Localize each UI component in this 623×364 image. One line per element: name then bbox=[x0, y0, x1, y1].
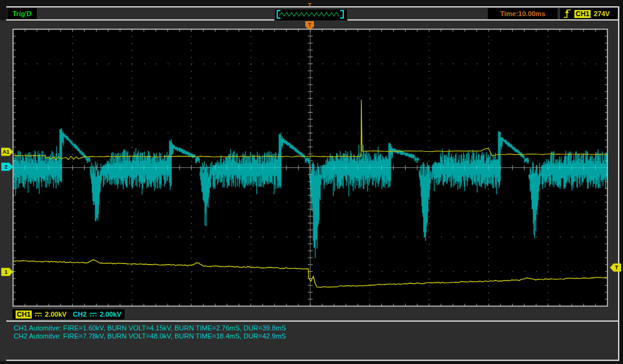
math-position-marker-label: A1 bbox=[2, 149, 9, 155]
ch1-badge: CH1 bbox=[16, 310, 32, 319]
trigger-position-marker-label: T bbox=[308, 22, 312, 28]
trigger-source-badge: CH1 bbox=[574, 10, 591, 18]
trigger-status-text: Trig'D bbox=[12, 10, 32, 17]
timebase-value: Time:10.00ms bbox=[500, 10, 546, 17]
ch1-scale-value: 2.00kV bbox=[45, 310, 67, 318]
waveform-preview-thumbnail bbox=[275, 9, 346, 19]
ch2-scale-value: 2.00kV bbox=[100, 310, 121, 318]
ch2-position-marker-label: 2 bbox=[4, 164, 7, 170]
ch2-label: CH2 bbox=[73, 310, 87, 318]
dc-coupling-icon bbox=[34, 312, 42, 317]
ch2-readout[interactable]: CH2 2.00kV bbox=[70, 309, 125, 319]
trigger-position-indicator: T bbox=[305, 2, 315, 8]
trigger-readout[interactable]: CH1 274V bbox=[560, 8, 617, 19]
waveform-preview[interactable] bbox=[274, 9, 348, 21]
measurement-line-ch2: CH2 Automitve: FIRE=7.78kV, BURN VOLT=48… bbox=[14, 332, 286, 340]
trigger-status-badge: Trig'D bbox=[7, 8, 37, 19]
dc-coupling-icon bbox=[89, 312, 97, 317]
trigger-level-value: 274V bbox=[594, 10, 610, 17]
trigger-level-marker-label: T bbox=[615, 264, 619, 271]
ch1-readout[interactable]: CH1 2.00kV bbox=[12, 309, 70, 319]
trigger-slope-icon bbox=[563, 9, 571, 19]
ch1-position-marker-label: 1 bbox=[4, 269, 7, 275]
timebase-readout[interactable]: Time:10.00ms bbox=[488, 8, 558, 19]
measurement-line-ch1: CH1 Automitve: FIRE=1.60kV, BURN VOLT=4.… bbox=[14, 324, 286, 332]
